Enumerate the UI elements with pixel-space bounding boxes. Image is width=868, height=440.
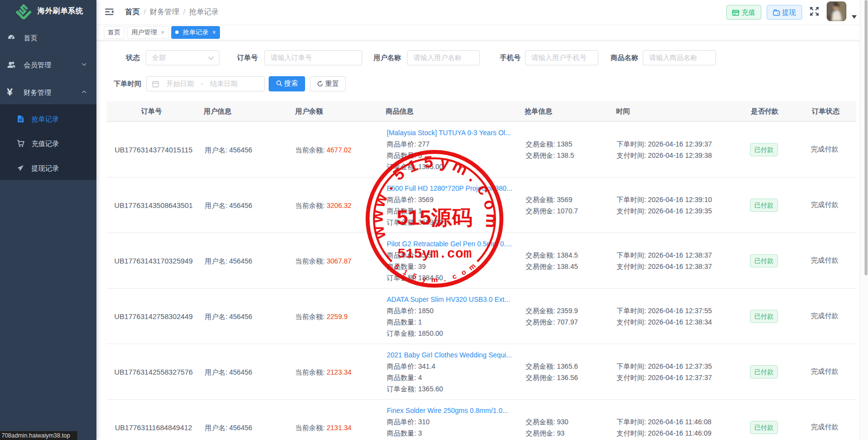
svg-text:m: m [431,275,437,284]
svg-text:c: c [451,271,457,281]
svg-text:1: 1 [405,156,420,176]
svg-text:o: o [480,198,500,212]
svg-text:w: w [370,191,391,209]
svg-text:1: 1 [402,267,409,277]
svg-text:w: w [369,224,389,241]
svg-text:515ym.com: 515ym.com [397,246,471,262]
svg-text:5: 5 [389,164,407,184]
svg-text:y: y [439,153,451,173]
svg-text:5: 5 [423,152,434,172]
svg-text:w: w [368,209,387,223]
svg-text:.: . [443,274,446,283]
svg-text:y: y [422,274,428,283]
svg-text:m: m [482,213,501,229]
svg-text:515源码: 515源码 [397,206,472,229]
svg-text:5: 5 [411,271,418,281]
